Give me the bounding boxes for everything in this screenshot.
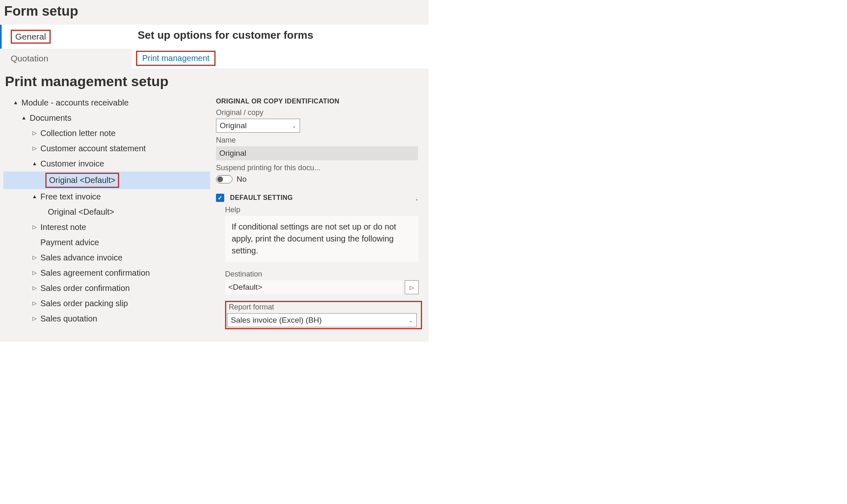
label-suspend: Suspend printing for this docu... <box>216 164 424 172</box>
tab-quotation[interactable]: Quotation <box>0 49 132 68</box>
destination-field[interactable]: <Default> <box>225 280 402 294</box>
tree-item-cust-invoice[interactable]: ▲ Customer invoice <box>3 156 210 171</box>
tree-item-sales-order-conf[interactable]: ▷ Sales order confirmation <box>3 281 210 296</box>
section-original-copy: ORIGINAL OR COPY IDENTIFICATION <box>216 98 424 105</box>
page-header: Form setup <box>0 0 429 25</box>
tree-item-interest[interactable]: ▷ Interest note <box>3 220 210 235</box>
name-field: Original <box>216 146 418 160</box>
tree-item-sales-packing[interactable]: ▷ Sales order packing slip <box>3 296 210 311</box>
tree-item-sales-quote[interactable]: ▷ Sales quotation <box>3 311 210 326</box>
tree-root[interactable]: ▲ Module - accounts receivable <box>3 95 210 110</box>
checkbox-default-setting[interactable]: ✓ <box>216 194 224 202</box>
caret-right-icon: ▷ <box>31 144 38 152</box>
caret-right-icon: ▷ <box>31 269 38 277</box>
play-icon: ▷ <box>410 284 414 291</box>
print-management-panel: Print management setup ▲ Module - accoun… <box>0 68 429 342</box>
chevron-down-icon: ⌄ <box>408 317 413 323</box>
content-title: Set up options for customer forms <box>138 29 423 42</box>
tab-general[interactable]: General <box>0 25 132 49</box>
page-title: Form setup <box>4 3 425 19</box>
toggle-suspend[interactable] <box>216 175 232 183</box>
pm-tree: ▲ Module - accounts receivable ▲ Documen… <box>3 95 210 329</box>
chevron-down-icon: ⌄ <box>292 123 296 129</box>
caret-right-icon: ▷ <box>31 253 38 262</box>
tree-item-sales-agreement[interactable]: ▷ Sales agreement confirmation <box>3 265 210 281</box>
print-management-link[interactable]: Print management <box>140 53 212 64</box>
side-tabs: General Quotation <box>0 25 132 68</box>
tab-general-label: General <box>11 30 51 44</box>
pm-properties: ORIGINAL OR COPY IDENTIFICATION Original… <box>216 95 425 329</box>
tab-quotation-label: Quotation <box>11 54 48 63</box>
label-report-format: Report format <box>229 303 417 312</box>
label-original-copy: Original / copy <box>216 108 424 117</box>
select-original-copy[interactable]: Original ⌄ <box>216 119 300 133</box>
tree-item-cust-invoice-default[interactable]: Original <Default> <box>3 171 210 189</box>
label-help: Help <box>225 206 424 214</box>
caret-down-icon: ▲ <box>12 98 19 107</box>
caret-down-icon: ▲ <box>21 114 27 122</box>
tree-item-payment-advice[interactable]: Payment advice <box>3 235 210 250</box>
tree-item-free-text[interactable]: ▲ Free text invoice <box>3 189 210 204</box>
caret-down-icon: ▲ <box>31 159 38 168</box>
caret-right-icon: ▷ <box>31 129 38 137</box>
caret-right-icon: ▷ <box>31 299 38 307</box>
tree-item-free-text-default[interactable]: Original <Default> <box>3 204 210 220</box>
destination-action-button[interactable]: ▷ <box>405 280 419 294</box>
overflow-dot-icon[interactable]: . <box>415 193 418 202</box>
tree-item-collection[interactable]: ▷ Collection letter note <box>3 126 210 141</box>
toggle-suspend-value: No <box>237 175 246 184</box>
help-text: If conditional settings are not set up o… <box>225 216 419 262</box>
caret-right-icon: ▷ <box>31 284 38 292</box>
select-report-format[interactable]: Sales invoice (Excel) (BH) ⌄ <box>227 313 417 327</box>
tree-item-sales-advance[interactable]: ▷ Sales advance invoice <box>3 250 210 265</box>
label-destination: Destination <box>225 270 424 279</box>
label-name: Name <box>216 136 424 145</box>
tree-item-account-stmt[interactable]: ▷ Customer account statement <box>3 141 210 156</box>
pm-setup-title: Print management setup <box>5 73 425 89</box>
caret-down-icon: ▲ <box>31 192 38 201</box>
caret-right-icon: ▷ <box>31 223 38 231</box>
label-default-setting: DEFAULT SETTING <box>230 194 293 202</box>
tree-documents[interactable]: ▲ Documents <box>3 110 210 126</box>
caret-right-icon: ▷ <box>31 314 38 323</box>
